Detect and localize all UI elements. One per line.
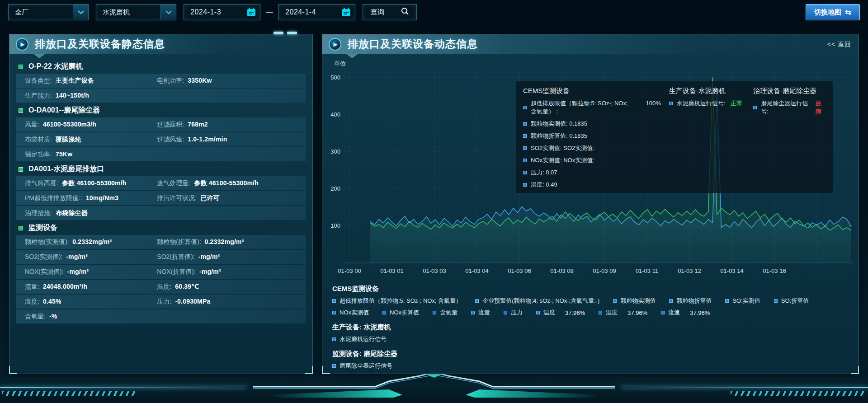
legend-item[interactable]: SO:折算值 [774,297,809,305]
field-value: 140~150t/h [56,92,89,99]
info-row: 治理措施:布袋除尘器 [16,206,306,220]
blue-square-icon [332,311,336,314]
field-label: PM超低排排放限值:: [25,194,82,202]
legend-section-title: 生产设备: 水泥磨机 [332,323,851,332]
blue-square-icon [599,311,602,314]
legend-item[interactable]: 颗粒物折算值 [669,297,712,305]
calendar-icon[interactable] [242,5,260,20]
legend-item[interactable]: 颗粒物实测值 [613,297,656,305]
blue-square-icon [536,311,540,314]
field-value: 1.0-1.2m/min [188,136,227,143]
field-label: 压力: [157,298,171,306]
legend-item[interactable]: 水泥磨机运行信号 [332,335,387,343]
field-label: 设备类型: [25,77,52,85]
blue-square-icon [669,299,673,303]
field-label: 布袋材质: [25,136,52,144]
info-cell: 含氧量:-% [25,313,157,321]
chart-legend: CEMS监测设备超低排放限值（颗拉物:5: SOz-; NOx; 含氧量）企业预… [332,278,851,370]
chevron-down-icon [73,5,88,20]
info-cell: 设备类型:主要生产设备 [25,77,157,85]
section-header: DA001-水泥磨尾排放口 [16,162,306,176]
legend-item[interactable]: 温度37.96% [536,309,585,317]
section-header: 监测设备 [16,221,306,235]
end-date-input[interactable]: 2024-1-4 [278,4,355,20]
info-cell: 颗粒物(实测值):0.2332mg/m³ [25,238,157,246]
footer-glow-line [622,387,868,388]
plant-select-value: 全厂 [9,8,28,17]
info-cell: 颗粒物(折算值):0.2332mg/m³ [157,238,244,246]
legend-item[interactable]: 超低排放限值（颗拉物:5: SOz-; NOx; 含氧量） [332,297,462,305]
field-label: 颗粒物(折算值): [157,238,201,246]
field-label: 流量: [25,283,39,291]
blue-square-icon [774,299,778,303]
svg-text:01-03 14: 01-03 14 [720,267,743,274]
field-label: 排污许可状况: [157,194,197,202]
info-row: 含氧量:-% [16,309,306,323]
info-row: 风量:46100-55300m3/h过滤面积:768m2 [16,117,306,131]
field-value: 46100-55300m3/h [43,121,96,128]
legend-item-label: NOx实测值 [340,309,369,317]
green-square-icon [19,226,23,230]
section-header: O-P-22 水泥磨机 [16,60,306,74]
switch-map-button[interactable]: 切换地图 ⇆ [806,4,860,20]
info-cell: PM超低排排放限值::10mg/Nm3 [25,194,157,202]
info-cell: 风量:46100-55300m3/h [25,121,157,129]
info-cell: 过滤面积:768m2 [157,121,208,129]
info-cell: SO2(实测值):-mg/m³ [25,253,157,261]
trend-line-chart[interactable]: 10020030040050001-03 0001-03 0101-03 030… [325,64,857,276]
blue-square-icon [471,311,475,314]
field-value: 60.39℃ [175,283,199,290]
legend-item[interactable]: 湿度37.96% [599,309,647,317]
field-value: 75Kw [56,150,72,158]
info-row: 额定功率:75Kw [16,147,306,161]
field-value: -mg/m³ [198,253,220,260]
svg-text:200: 200 [330,185,340,192]
legend-item-label: 压力 [511,309,523,317]
calendar-icon[interactable] [337,5,355,20]
back-link[interactable]: << 返回 [827,41,851,49]
legend-section-title: CEMS监测设备 [332,285,851,293]
info-cell: 流量:24048.000m³/h [25,283,157,291]
legend-item-value: 37.96% [690,309,710,316]
query-button[interactable]: 查询 [363,4,417,20]
svg-text:01-03 01: 01-03 01 [380,267,403,274]
legend-item[interactable]: NOx折算值 [382,309,419,317]
legend-item[interactable]: 磨尾除尘器运行信号 [332,362,392,370]
start-date-input[interactable]: 2024-1-3 [184,4,260,20]
field-value: 0.2332mg/m³ [72,238,112,245]
start-date-value: 2024-1-3 [184,8,221,16]
blue-square-icon [332,337,336,341]
svg-text:01-03 00: 01-03 00 [338,267,361,274]
legend-item[interactable]: 压力 [504,309,523,317]
svg-text:01-03 08: 01-03 08 [550,267,573,274]
dynamic-panel-header: ▶ 排放口及关联设备动态信息 << 返回 [322,34,859,54]
device-select[interactable]: 水泥磨机 [96,4,176,20]
blue-square-icon [613,299,617,303]
legend-item[interactable]: 企业预警值(颗粒物:4; sOz-; NOx-;含氧气量:-) [475,297,599,305]
field-label: 含氧量: [25,313,46,321]
legend-item[interactable]: 流速37.96% [661,309,710,317]
info-row: 颗粒物(实测值):0.2332mg/m³颗粒物(折算值):0.2332mg/m³ [16,235,306,249]
svg-text:100: 100 [330,222,340,229]
blue-square-icon [725,299,729,303]
plant-select[interactable]: 全厂 [8,4,89,20]
svg-text:300: 300 [330,148,340,155]
legend-item[interactable]: 流量 [471,309,490,317]
green-square-icon [19,65,23,69]
legend-item[interactable]: 含氧量 [433,309,458,317]
svg-text:01-03 03: 01-03 03 [423,267,446,274]
blue-square-icon [504,311,507,314]
info-row: 流量:24048.000m³/h温度:60.39℃ [16,280,306,294]
top-toolbar: 全厂 水泥磨机 2024-1-3 — 2024-1-4 查询 切换地图 ⇆ [8,4,860,21]
legend-item-label: 含氧量 [440,309,458,317]
svg-text:01-03 09: 01-03 09 [593,267,616,274]
svg-text:01-03 12: 01-03 12 [678,267,701,274]
info-row: 湿度:0.45%压力:-0.0930MPa [16,295,306,309]
legend-item[interactable]: NOx实测值 [332,309,369,317]
legend-items: 超低排放限值（颗拉物:5: SOz-; NOx; 含氧量）企业预警值(颗粒物:4… [332,297,851,317]
legend-section-title: 监测设备: 磨尾除尘器 [332,350,851,358]
info-cell: 过滤风速:1.0-1.2m/min [157,136,227,144]
device-select-value: 水泥磨机 [96,8,130,17]
legend-item[interactable]: SO:实测值 [725,297,760,305]
field-label: 废气处理量: [157,179,190,187]
